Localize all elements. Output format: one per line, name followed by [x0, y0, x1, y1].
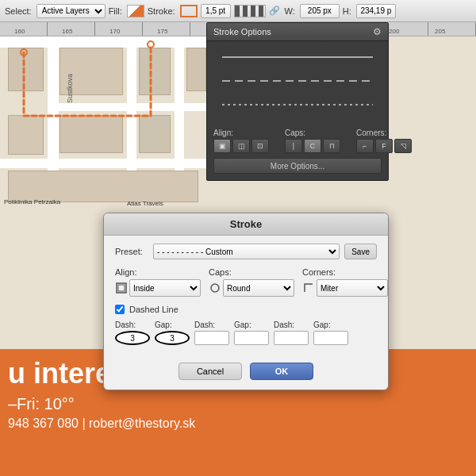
preset-row: Preset: - - - - - - - - - - Custom Save — [115, 244, 377, 259]
dash3-input[interactable] — [274, 331, 309, 345]
dashed-line-label: Dashed Line — [129, 305, 178, 314]
caps-icon — [209, 282, 221, 294]
dash1-label: Dash: — [115, 321, 136, 329]
ok-button[interactable]: OK — [250, 363, 313, 380]
height-label: H: — [343, 6, 351, 16]
corners-miter-icon: ⌐ — [363, 142, 367, 150]
dashed-line-checkbox[interactable] — [115, 305, 125, 314]
align-label: Align: — [213, 129, 269, 137]
svg-rect-3 — [118, 285, 125, 291]
dialog-corners-label: Corners: — [302, 267, 388, 277]
solid-line-option[interactable] — [213, 48, 382, 67]
gap2-input[interactable] — [234, 331, 269, 345]
caps-round-btn[interactable]: C — [304, 139, 321, 153]
stroke-options-header: Stroke Options ⚙ — [207, 23, 388, 41]
corners-round-btn[interactable]: F — [375, 139, 393, 153]
align-center-btn[interactable]: ◫ — [232, 139, 250, 153]
caps-group: Caps: | C ⊓ — [285, 129, 340, 153]
cancel-button[interactable]: Cancel — [178, 363, 242, 380]
gap3-input[interactable] — [313, 331, 348, 345]
dotted-line-option[interactable] — [213, 95, 382, 114]
dialog-align-group: Align: Inside Center Outside — [115, 267, 201, 297]
stroke-dialog-title: Stroke — [230, 218, 262, 230]
corners-round-icon: F — [382, 142, 386, 150]
gear-icon[interactable]: ⚙ — [373, 26, 382, 37]
stroke-swatch[interactable] — [180, 5, 198, 17]
stroke-dialog-header: Stroke — [104, 213, 388, 236]
dialog-caps-label: Caps: — [209, 267, 294, 277]
dialog-corners-select[interactable]: Miter Round Bevel — [317, 279, 388, 297]
stroke-dialog-body: Preset: - - - - - - - - - - Custom Save … — [104, 236, 388, 363]
corners-bevel-btn[interactable]: ◹ — [394, 139, 412, 153]
dash2-group: Dash: — [194, 321, 229, 345]
fill-label: Fill: — [109, 6, 122, 16]
ruler-label-175: 175 — [157, 28, 167, 35]
align-inside-icon: ▣ — [219, 142, 226, 150]
solid-line-preview — [222, 56, 373, 58]
height-input[interactable] — [356, 4, 396, 18]
ruler-label-160: 160 — [14, 28, 25, 35]
dashed-line-preview — [222, 80, 373, 82]
select-dropdown[interactable]: Active Layers — [36, 4, 106, 18]
toolbar: Select: Active Layers Fill: Stroke: 🔗 W:… — [0, 0, 476, 22]
stroke-options-title: Stroke Options — [213, 27, 271, 36]
svg-point-4 — [211, 284, 219, 292]
align-icon — [115, 282, 128, 294]
stroke-align-row: Align: ▣ ◫ ⊡ Caps: | — [213, 129, 382, 153]
stroke-label: Stroke: — [148, 6, 175, 16]
caps-controls: | C ⊓ — [285, 139, 340, 153]
stroke-dash-preview[interactable] — [234, 5, 266, 17]
gap1-label: Gap: — [155, 321, 172, 329]
dialog-caps-select[interactable]: Round Butt Square — [223, 279, 294, 297]
dash1-input[interactable] — [115, 331, 150, 345]
dashed-path — [0, 36, 206, 211]
stroke-dialog-footer: Cancel OK — [104, 363, 388, 390]
dash-gap-row: Dash: Gap: Dash: Gap: Dash: Gap: — [115, 321, 377, 345]
dash1-group: Dash: — [115, 321, 150, 345]
dialog-align-label: Align: — [115, 267, 201, 277]
align-controls: ▣ ◫ ⊡ — [213, 139, 269, 153]
dialog-corners-group: Corners: Miter Round Bevel — [302, 267, 388, 297]
width-label: W: — [285, 6, 295, 16]
align-outside-btn[interactable]: ⊡ — [251, 139, 269, 153]
dash2-input[interactable] — [194, 331, 229, 345]
gap2-label: Gap: — [234, 321, 251, 329]
caps-square-btn[interactable]: ⊓ — [323, 139, 340, 153]
stroke-options-panel: Stroke Options ⚙ Align: ▣ ◫ — [206, 22, 389, 181]
more-options-button[interactable]: More Options... — [213, 158, 382, 174]
dialog-align-select[interactable]: Inside Center Outside — [129, 279, 201, 297]
dash2-label: Dash: — [194, 321, 215, 329]
stroke-dialog: Stroke Preset: - - - - - - - - - - Custo… — [103, 213, 389, 390]
align-outside-icon: ⊡ — [257, 142, 263, 150]
gap1-group: Gap: — [155, 321, 190, 345]
corners-label: Corners: — [356, 129, 412, 137]
preset-select[interactable]: - - - - - - - - - - Custom — [153, 244, 340, 259]
dashed-line-row: Dashed Line — [115, 305, 377, 314]
contact-line: 948 367 080 | robert@thestory.sk — [8, 416, 195, 431]
corners-bevel-icon: ◹ — [401, 142, 406, 150]
dialog-caps-group: Caps: Round Butt Square — [209, 267, 294, 297]
caps-butt-btn[interactable]: | — [285, 139, 302, 153]
hours-line: –Fri: 10°° — [8, 395, 195, 413]
preset-label: Preset: — [115, 247, 148, 256]
corners-group: Corners: ⌐ F ◹ — [356, 129, 412, 153]
dash3-label: Dash: — [274, 321, 294, 329]
caps-round-icon: C — [310, 142, 316, 150]
gap2-group: Gap: — [234, 321, 269, 345]
width-input[interactable] — [300, 4, 340, 18]
ruler-label-200: 200 — [389, 28, 399, 35]
stroke-pt-input[interactable] — [201, 4, 231, 18]
stroke-options-footer: Align: ▣ ◫ ⊡ Caps: | — [207, 125, 388, 180]
dashed-line-option[interactable] — [213, 71, 382, 90]
align-inside-btn[interactable]: ▣ — [213, 139, 231, 153]
dotted-line-preview — [222, 104, 373, 106]
gap1-input[interactable] — [155, 331, 190, 345]
preset-save-button[interactable]: Save — [344, 244, 377, 259]
ruler-label-170: 170 — [109, 28, 120, 35]
corners-miter-btn[interactable]: ⌐ — [356, 139, 374, 153]
corners-controls: ⌐ F ◹ — [356, 139, 412, 153]
gap3-label: Gap: — [313, 321, 331, 329]
fill-swatch[interactable] — [127, 5, 144, 17]
dash3-group: Dash: — [274, 321, 309, 345]
stroke-options-body — [207, 41, 388, 125]
